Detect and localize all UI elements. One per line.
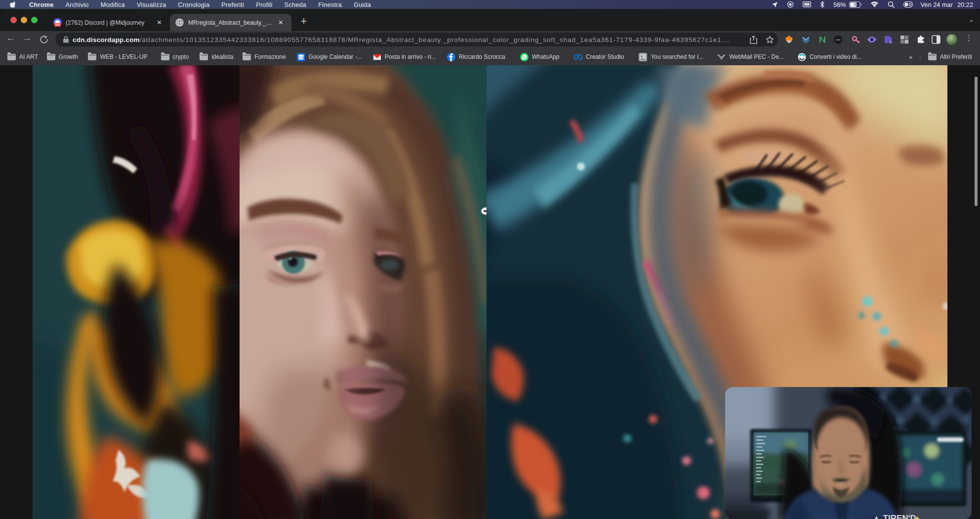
svg-text:27k: 27k xyxy=(55,23,60,26)
svg-text:▲ TIREN'D: ▲ TIREN'D xyxy=(872,514,916,519)
svg-text:✦: ✦ xyxy=(914,515,920,519)
svg-text:⋯: ⋯ xyxy=(836,37,841,43)
svg-text:S: S xyxy=(889,40,892,43)
svg-text:24: 24 xyxy=(299,55,303,59)
